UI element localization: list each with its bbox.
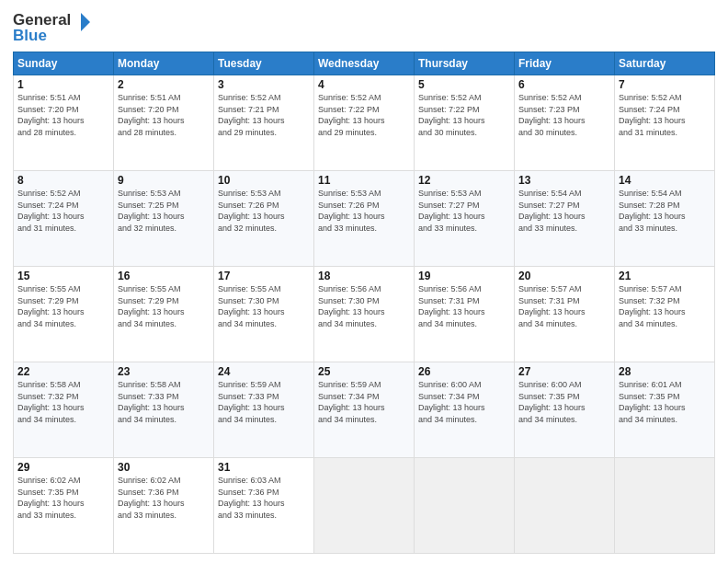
day-number: 30 [118,461,210,474]
day-number: 23 [118,365,210,378]
day-number: 20 [518,270,610,282]
day-info: Sunrise: 5:53 AM Sunset: 7:26 PM Dayligh… [218,188,310,234]
weekday-header-tuesday: Tuesday [214,52,314,75]
calendar-cell: 11Sunrise: 5:53 AM Sunset: 7:26 PM Dayli… [314,171,415,267]
calendar-cell: 12Sunrise: 5:53 AM Sunset: 7:27 PM Dayli… [415,171,515,267]
day-info: Sunrise: 5:53 AM Sunset: 7:25 PM Dayligh… [118,188,210,234]
day-info: Sunrise: 6:01 AM Sunset: 7:35 PM Dayligh… [619,379,711,425]
day-number: 6 [518,78,610,91]
day-info: Sunrise: 5:55 AM Sunset: 7:29 PM Dayligh… [118,283,210,329]
calendar-cell: 14Sunrise: 5:54 AM Sunset: 7:28 PM Dayli… [615,171,715,267]
day-info: Sunrise: 5:52 AM Sunset: 7:24 PM Dayligh… [619,92,711,138]
general-blue-logo-icon: General Blue [13,9,96,44]
calendar-cell: 5Sunrise: 5:52 AM Sunset: 7:22 PM Daylig… [415,75,515,171]
day-number: 31 [218,461,310,474]
weekday-header-row: SundayMondayTuesdayWednesdayThursdayFrid… [14,52,715,75]
calendar-cell: 31Sunrise: 6:03 AM Sunset: 7:36 PM Dayli… [214,458,314,554]
day-info: Sunrise: 6:03 AM Sunset: 7:36 PM Dayligh… [218,475,310,521]
weekday-header-monday: Monday [114,52,214,75]
day-number: 7 [619,78,711,91]
day-info: Sunrise: 5:59 AM Sunset: 7:34 PM Dayligh… [318,379,410,425]
day-number: 2 [118,78,210,91]
day-number: 1 [17,78,109,91]
calendar-cell [615,458,715,554]
calendar-page: General Blue SundayMondayTuesdayWednesda… [0,0,728,563]
day-number: 29 [17,461,109,474]
day-number: 14 [619,174,711,187]
day-info: Sunrise: 6:00 AM Sunset: 7:34 PM Dayligh… [418,379,510,425]
day-info: Sunrise: 5:52 AM Sunset: 7:22 PM Dayligh… [418,92,510,138]
day-number: 5 [418,78,510,91]
calendar-cell: 29Sunrise: 6:02 AM Sunset: 7:35 PM Dayli… [14,458,114,554]
calendar-cell: 28Sunrise: 6:01 AM Sunset: 7:35 PM Dayli… [615,362,715,458]
calendar-cell: 23Sunrise: 5:58 AM Sunset: 7:33 PM Dayli… [114,362,214,458]
calendar-cell: 22Sunrise: 5:58 AM Sunset: 7:32 PM Dayli… [14,362,114,458]
day-info: Sunrise: 5:52 AM Sunset: 7:23 PM Dayligh… [518,92,610,138]
day-info: Sunrise: 6:00 AM Sunset: 7:35 PM Dayligh… [518,379,610,425]
logo: General Blue [13,9,96,44]
day-number: 19 [418,270,510,282]
calendar-cell: 17Sunrise: 5:55 AM Sunset: 7:30 PM Dayli… [214,267,314,362]
svg-text:Blue: Blue [13,27,47,44]
calendar-cell: 9Sunrise: 5:53 AM Sunset: 7:25 PM Daylig… [114,171,214,267]
calendar-cell: 4Sunrise: 5:52 AM Sunset: 7:22 PM Daylig… [314,75,415,171]
day-number: 9 [118,174,210,187]
calendar-week-4: 22Sunrise: 5:58 AM Sunset: 7:32 PM Dayli… [14,362,715,458]
calendar-cell: 15Sunrise: 5:55 AM Sunset: 7:29 PM Dayli… [14,267,114,362]
calendar-cell: 10Sunrise: 5:53 AM Sunset: 7:26 PM Dayli… [214,171,314,267]
calendar-cell [314,458,415,554]
weekday-header-thursday: Thursday [415,52,515,75]
calendar-cell: 7Sunrise: 5:52 AM Sunset: 7:24 PM Daylig… [615,75,715,171]
day-info: Sunrise: 5:51 AM Sunset: 7:20 PM Dayligh… [17,92,109,138]
calendar-cell: 30Sunrise: 6:02 AM Sunset: 7:36 PM Dayli… [114,458,214,554]
calendar-week-1: 1Sunrise: 5:51 AM Sunset: 7:20 PM Daylig… [14,75,715,171]
weekday-header-friday: Friday [515,52,615,75]
day-number: 27 [518,365,610,378]
day-number: 25 [318,365,410,378]
day-info: Sunrise: 5:58 AM Sunset: 7:33 PM Dayligh… [118,379,210,425]
day-info: Sunrise: 5:55 AM Sunset: 7:29 PM Dayligh… [17,283,109,329]
calendar-cell: 18Sunrise: 5:56 AM Sunset: 7:30 PM Dayli… [314,267,415,362]
weekday-header-wednesday: Wednesday [314,52,415,75]
day-info: Sunrise: 6:02 AM Sunset: 7:36 PM Dayligh… [118,475,210,521]
calendar-cell: 6Sunrise: 5:52 AM Sunset: 7:23 PM Daylig… [515,75,615,171]
day-number: 3 [218,78,310,91]
day-number: 12 [418,174,510,187]
day-number: 28 [619,365,711,378]
weekday-header-saturday: Saturday [615,52,715,75]
day-info: Sunrise: 5:51 AM Sunset: 7:20 PM Dayligh… [118,92,210,138]
calendar-cell: 27Sunrise: 6:00 AM Sunset: 7:35 PM Dayli… [515,362,615,458]
calendar-table: SundayMondayTuesdayWednesdayThursdayFrid… [13,52,715,554]
calendar-cell: 20Sunrise: 5:57 AM Sunset: 7:31 PM Dayli… [515,267,615,362]
calendar-cell: 25Sunrise: 5:59 AM Sunset: 7:34 PM Dayli… [314,362,415,458]
day-info: Sunrise: 5:58 AM Sunset: 7:32 PM Dayligh… [17,379,109,425]
day-number: 4 [318,78,410,91]
day-number: 24 [218,365,310,378]
day-number: 8 [17,174,109,187]
day-info: Sunrise: 5:59 AM Sunset: 7:33 PM Dayligh… [218,379,310,425]
calendar-cell: 2Sunrise: 5:51 AM Sunset: 7:20 PM Daylig… [114,75,214,171]
calendar-cell [515,458,615,554]
calendar-cell [415,458,515,554]
calendar-cell: 8Sunrise: 5:52 AM Sunset: 7:24 PM Daylig… [14,171,114,267]
day-info: Sunrise: 5:52 AM Sunset: 7:22 PM Dayligh… [318,92,410,138]
calendar-week-3: 15Sunrise: 5:55 AM Sunset: 7:29 PM Dayli… [14,267,715,362]
calendar-cell: 24Sunrise: 5:59 AM Sunset: 7:33 PM Dayli… [214,362,314,458]
svg-marker-2 [81,13,90,31]
day-number: 18 [318,270,410,282]
day-number: 26 [418,365,510,378]
day-info: Sunrise: 5:57 AM Sunset: 7:32 PM Dayligh… [619,283,711,329]
day-info: Sunrise: 5:54 AM Sunset: 7:28 PM Dayligh… [619,188,711,234]
calendar-cell: 1Sunrise: 5:51 AM Sunset: 7:20 PM Daylig… [14,75,114,171]
day-info: Sunrise: 5:52 AM Sunset: 7:24 PM Dayligh… [17,188,109,234]
day-info: Sunrise: 6:02 AM Sunset: 7:35 PM Dayligh… [17,475,109,521]
day-number: 17 [218,270,310,282]
day-info: Sunrise: 5:57 AM Sunset: 7:31 PM Dayligh… [518,283,610,329]
day-number: 22 [17,365,109,378]
calendar-cell: 16Sunrise: 5:55 AM Sunset: 7:29 PM Dayli… [114,267,214,362]
weekday-header-sunday: Sunday [14,52,114,75]
day-info: Sunrise: 5:56 AM Sunset: 7:30 PM Dayligh… [318,283,410,329]
calendar-week-2: 8Sunrise: 5:52 AM Sunset: 7:24 PM Daylig… [14,171,715,267]
header: General Blue [13,9,715,44]
calendar-week-5: 29Sunrise: 6:02 AM Sunset: 7:35 PM Dayli… [14,458,715,554]
